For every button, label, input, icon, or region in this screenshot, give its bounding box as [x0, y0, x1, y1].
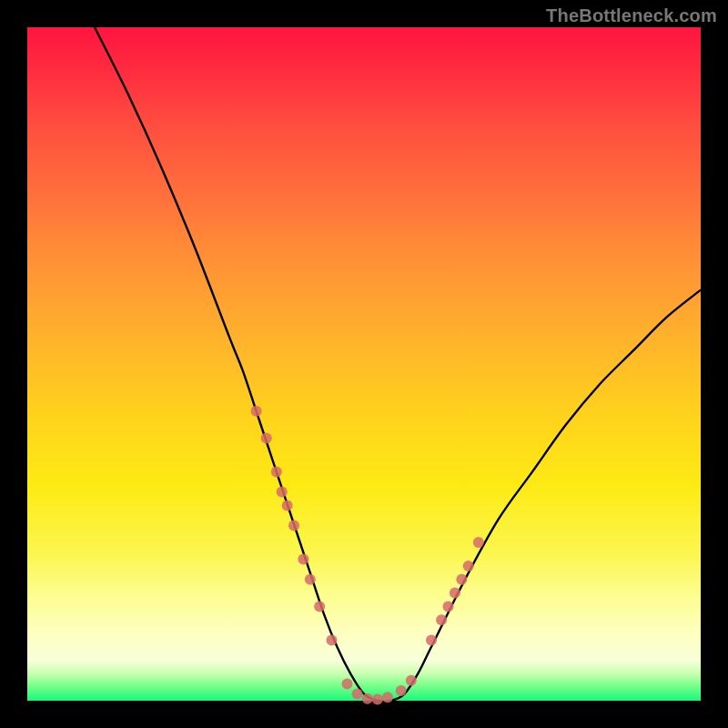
watermark-text: TheBottleneck.com [546, 5, 717, 26]
data-point [473, 537, 484, 548]
data-point [382, 692, 393, 703]
chart-svg [27, 27, 701, 701]
data-point [456, 574, 467, 585]
chart-frame: TheBottleneck.com [0, 0, 728, 728]
data-point [443, 601, 454, 612]
data-point [406, 675, 417, 686]
plot-area [27, 27, 701, 701]
data-point [326, 634, 337, 645]
data-point [298, 554, 308, 565]
data-point [305, 574, 316, 585]
data-point [362, 693, 373, 704]
data-point [251, 406, 262, 417]
data-point [282, 500, 293, 511]
marker-layer [251, 406, 484, 705]
data-point [396, 685, 407, 696]
curve-layer [95, 27, 701, 702]
data-point [342, 679, 353, 690]
data-point [352, 689, 363, 700]
data-point [288, 521, 299, 531]
data-point [372, 694, 383, 705]
data-point [261, 432, 272, 443]
data-point [277, 487, 288, 498]
data-point [463, 561, 474, 571]
data-point [271, 466, 282, 477]
data-point [426, 634, 437, 645]
data-point [314, 601, 325, 612]
data-point [450, 588, 460, 599]
bottleneck-curve [95, 27, 701, 702]
data-point [436, 614, 447, 625]
